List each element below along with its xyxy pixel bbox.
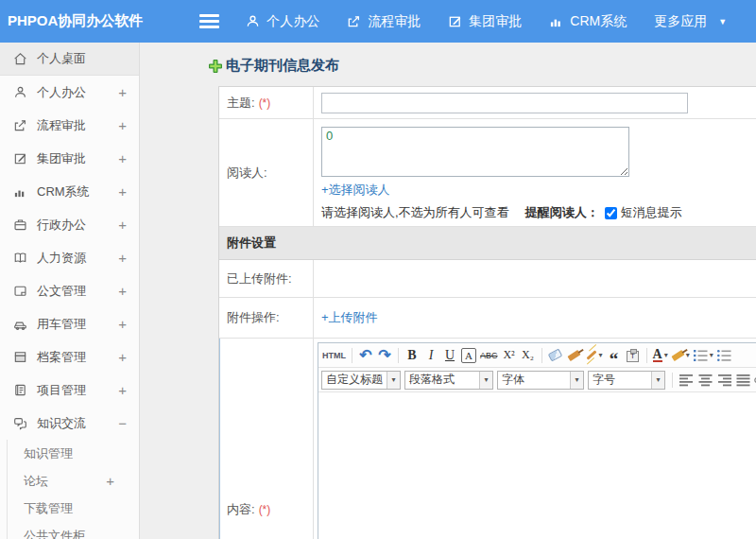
remind-readers-label: 提醒阅读人：	[525, 204, 599, 221]
app-window: PHPOA协同办公软件 个人办公 流程审批 集团审批	[0, 0, 756, 539]
expand-plus-icon[interactable]: +	[118, 217, 127, 233]
align-left-button[interactable]	[677, 370, 696, 390]
upload-attachment-link[interactable]: +上传附件	[321, 309, 378, 326]
sidebar-item-personal-office[interactable]: 个人办公 +	[0, 76, 139, 109]
expand-plus-icon[interactable]: +	[118, 84, 127, 100]
readers-textarea[interactable]: 0	[321, 127, 629, 177]
sidebar-item-human-resources[interactable]: 人力资源 +	[0, 241, 139, 274]
strikethrough-button[interactable]: ABC	[478, 345, 500, 365]
nav-group-approval[interactable]: 集团审批	[448, 13, 522, 30]
readers-label: 阅读人:	[227, 165, 267, 182]
nav-label: 更多应用	[654, 13, 707, 30]
italic-button[interactable]: I	[421, 345, 440, 365]
subscript-button[interactable]: X₂	[519, 345, 538, 365]
align-center-button[interactable]	[696, 370, 714, 390]
sidebar-item-workflow-approval[interactable]: 流程审批 +	[0, 109, 139, 142]
sms-notify-checkbox[interactable]	[605, 207, 617, 219]
top-navigation: 个人办公 流程审批 集团审批 CRM系统 更多应用	[246, 13, 754, 30]
bold-button[interactable]: B	[403, 345, 421, 365]
hamburger-menu-icon[interactable]	[199, 11, 219, 31]
nav-personal-office[interactable]: 个人办公	[246, 13, 319, 30]
sidebar-subitem-knowledge-management[interactable]: 知识管理	[8, 440, 139, 467]
home-icon	[12, 52, 28, 66]
expand-plus-icon[interactable]: +	[118, 183, 127, 200]
paste-text-icon[interactable]: T	[624, 345, 643, 365]
content-row: 内容: (*) HTML ↶ ↷ B	[219, 339, 756, 539]
unordered-list-button[interactable]	[715, 345, 734, 365]
sidebar-item-archive-management[interactable]: 档案管理 +	[0, 340, 139, 374]
sidebar: 个人桌面 个人办公 + 流程审批 + 集团审批	[0, 43, 140, 539]
sidebar-item-document-management[interactable]: 公文管理 +	[0, 274, 139, 307]
sidebar-item-knowledge-exchange[interactable]: 知识交流 −	[0, 407, 139, 440]
align-right-button[interactable]	[714, 370, 733, 390]
rich-text-editor: HTML ↶ ↷ B I U A ABC X²	[318, 342, 756, 539]
subject-input[interactable]	[321, 93, 688, 113]
justify-button[interactable]	[733, 370, 752, 390]
nav-label: CRM系统	[570, 13, 627, 30]
expand-plus-icon[interactable]: +	[118, 382, 127, 398]
expand-plus-icon[interactable]: +	[118, 316, 127, 332]
nav-label: 集团审批	[469, 13, 522, 30]
attachment-actions-row: 附件操作: +上传附件	[219, 298, 756, 339]
content-label: 内容:	[227, 501, 255, 518]
sidebar-item-personal-desktop[interactable]: 个人桌面	[0, 43, 139, 76]
insert-link-button[interactable]	[752, 370, 756, 390]
nav-workflow-approval[interactable]: 流程审批	[347, 13, 421, 30]
paragraph-format-select[interactable]: 段落格式▾	[404, 371, 493, 390]
caret-down-icon: ▾	[387, 372, 400, 389]
eraser-icon[interactable]	[546, 345, 565, 365]
sidebar-item-admin-office[interactable]: 行政办公 +	[0, 208, 139, 241]
sidebar-item-vehicle-management[interactable]: 用车管理 +	[0, 307, 139, 340]
nav-more-apps[interactable]: 更多应用 ▼	[654, 13, 727, 30]
required-mark: (*)	[259, 503, 271, 516]
editor-content-area[interactable]	[318, 392, 756, 539]
expand-plus-icon[interactable]: +	[118, 349, 127, 365]
collapse-minus-icon[interactable]: −	[118, 415, 127, 431]
sidebar-item-project-management[interactable]: 项目管理 +	[0, 374, 139, 407]
select-readers-link[interactable]: +选择阅读人	[321, 182, 390, 199]
nav-label: 流程审批	[368, 13, 421, 30]
heading-select[interactable]: 自定义标题▾	[321, 371, 401, 390]
magic-wand-icon[interactable]: ▾	[584, 345, 605, 365]
bar-chart-icon	[12, 184, 28, 199]
readers-hint: 请选择阅读人,不选为所有人可查看	[321, 204, 509, 221]
sidebar-item-crm-system[interactable]: CRM系统 +	[0, 175, 139, 208]
html-source-button[interactable]: HTML	[320, 345, 348, 365]
bar-chart-icon	[549, 14, 563, 28]
editor-toolbar-row2: 自定义标题▾ 段落格式▾ 字体▾ 字号▾	[318, 368, 756, 392]
caret-down-icon: ▾	[651, 372, 664, 389]
sidebar-subitem-public-file-cabinet[interactable]: 公共文件柜	[8, 522, 139, 539]
undo-icon[interactable]: ↶	[356, 345, 375, 365]
subject-label: 主题:	[227, 95, 255, 112]
chat-icon	[12, 416, 28, 430]
sidebar-subitem-forum[interactable]: 论坛 +	[8, 467, 139, 495]
app-logo: PHPOA协同办公软件	[0, 12, 143, 30]
required-mark: (*)	[259, 96, 271, 110]
expand-plus-icon[interactable]: +	[118, 117, 127, 133]
workflow-icon	[12, 118, 28, 132]
edit-square-icon	[12, 151, 28, 165]
blockquote-icon[interactable]: “	[605, 345, 624, 365]
ordered-list-button[interactable]: ▾	[692, 345, 715, 365]
sidebar-item-group-approval[interactable]: 集团审批 +	[0, 142, 139, 175]
nav-crm-system[interactable]: CRM系统	[549, 13, 627, 30]
char-style-button[interactable]: A	[461, 348, 476, 363]
font-family-select[interactable]: 字体▾	[497, 371, 584, 390]
uploaded-attachments-row: 已上传附件:	[219, 260, 756, 298]
expand-plus-icon[interactable]: +	[118, 283, 127, 299]
expand-plus-icon[interactable]: +	[106, 473, 114, 489]
green-plus-icon	[208, 59, 223, 74]
font-size-select[interactable]: 字号▾	[588, 371, 665, 390]
highlight-color-button[interactable]: ▾	[670, 345, 692, 365]
format-painter-icon[interactable]	[565, 345, 584, 365]
notebook-icon	[12, 383, 28, 397]
expand-plus-icon[interactable]: +	[118, 150, 127, 166]
sidebar-subitem-download-management[interactable]: 下载管理	[8, 495, 139, 522]
expand-plus-icon[interactable]: +	[118, 250, 127, 266]
underline-button[interactable]: U	[440, 345, 459, 365]
redo-icon[interactable]: ↷	[375, 345, 394, 365]
font-color-button[interactable]: A▾	[651, 345, 670, 365]
book-icon	[12, 251, 28, 265]
superscript-button[interactable]: X²	[500, 345, 519, 365]
caret-down-icon: ▼	[718, 17, 727, 26]
